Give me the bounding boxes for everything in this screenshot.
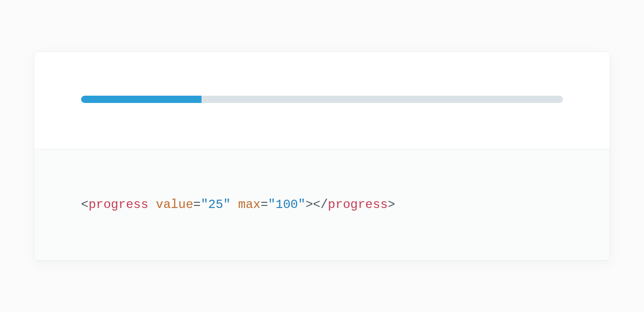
code-token-quote: ": [200, 198, 208, 212]
code-token-angle: <: [81, 198, 88, 212]
code-token-value: 100: [276, 198, 298, 212]
preview-pane: [34, 52, 610, 149]
progress-bar-fill: [81, 96, 202, 103]
code-token-attr: value: [156, 198, 193, 212]
code-token-space: [149, 198, 156, 212]
code-token-angle: </: [313, 198, 328, 212]
code-token-angle: >: [388, 198, 395, 212]
code-token-quote: ": [223, 198, 231, 212]
code-token-tag: progress: [88, 198, 148, 212]
code-token-angle: >: [305, 198, 313, 212]
code-snippet: <progress value="25" max="100"></progres…: [81, 196, 563, 214]
code-pane: <progress value="25" max="100"></progres…: [34, 149, 610, 261]
code-token-eq: =: [261, 198, 268, 212]
example-card: <progress value="25" max="100"></progres…: [34, 51, 610, 261]
code-token-attr: max: [238, 198, 260, 212]
code-token-value: 25: [208, 198, 223, 212]
code-token-space: [231, 198, 238, 212]
code-token-quote: ": [268, 198, 275, 212]
code-token-eq: =: [193, 198, 200, 212]
code-token-tag: progress: [328, 198, 387, 212]
code-token-quote: ": [298, 198, 305, 212]
progress-bar[interactable]: [81, 96, 563, 103]
